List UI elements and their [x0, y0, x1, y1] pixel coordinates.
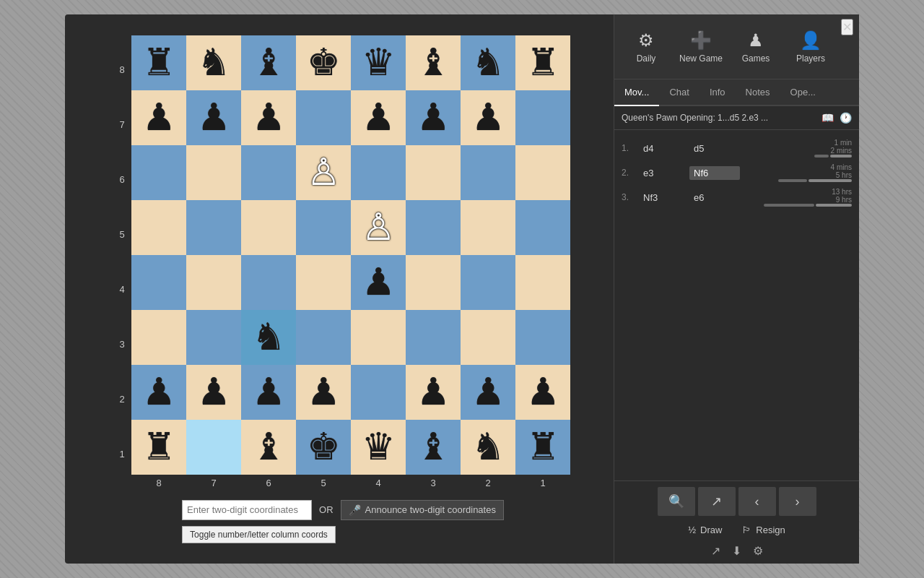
board-cell[interactable]: ♞: [241, 310, 296, 365]
move-black[interactable]: d5: [689, 142, 740, 155]
board-cell[interactable]: ♞: [461, 35, 515, 90]
nav-new-game[interactable]: ➕ New Game: [675, 18, 727, 76]
tab-chat[interactable]: Chat: [659, 79, 699, 106]
board-cell[interactable]: [461, 200, 515, 255]
board-cell[interactable]: [515, 200, 570, 255]
board-cell[interactable]: ♚: [296, 420, 351, 475]
move-black[interactable]: e6: [689, 191, 740, 204]
prev-button[interactable]: ‹: [738, 487, 776, 516]
board-cell[interactable]: [515, 310, 570, 365]
board-cell[interactable]: ♜: [515, 35, 570, 90]
share2-icon[interactable]: ↗: [711, 544, 720, 558]
board-cell[interactable]: [296, 90, 351, 145]
bottom-controls: 🔍 ↗ ‹ › ½ Draw 🏳 Resign ↗ ⬇ ⚙: [614, 480, 859, 564]
tab-notes[interactable]: Notes: [736, 79, 780, 106]
tab-info[interactable]: Info: [699, 79, 736, 106]
board-cell[interactable]: ♟: [461, 90, 515, 145]
draw-button[interactable]: ½ Draw: [681, 522, 729, 538]
board-cell[interactable]: [351, 310, 406, 365]
board-cell[interactable]: ♝: [241, 35, 296, 90]
board-cell[interactable]: [186, 145, 241, 200]
board-cell[interactable]: [296, 310, 351, 365]
tab-moves[interactable]: Mov...: [614, 79, 659, 106]
search-button[interactable]: 🔍: [658, 487, 695, 516]
board-cell[interactable]: ♛: [351, 420, 406, 475]
close-button[interactable]: ✕: [841, 19, 853, 35]
board-cell[interactable]: [406, 310, 461, 365]
board-cell[interactable]: ♜: [515, 420, 570, 475]
tab-ope[interactable]: Ope...: [780, 79, 826, 106]
clock-icon[interactable]: 🕐: [840, 112, 852, 124]
toggle-coords-button[interactable]: Toggle number/letter column coords: [182, 526, 336, 543]
board-cell[interactable]: [131, 200, 186, 255]
right-panel: ⚙ Daily ➕ New Game ♟ Games 👤 Players ✕ M…: [614, 14, 859, 564]
next-button[interactable]: ›: [779, 487, 816, 516]
nav-daily[interactable]: ⚙ Daily: [620, 18, 672, 76]
board-cell[interactable]: ♟: [296, 365, 351, 420]
move-white[interactable]: e3: [639, 166, 689, 180]
board-cell[interactable]: ♙: [296, 145, 351, 200]
rank-label-6: 6: [116, 152, 128, 207]
book-icon[interactable]: 📖: [821, 112, 834, 124]
board-cell[interactable]: [186, 255, 241, 310]
board-cell[interactable]: ♟: [515, 365, 570, 420]
announce-button[interactable]: 🎤 Announce two-digit coordinates: [341, 500, 504, 520]
board-cell[interactable]: [241, 200, 296, 255]
board-cell[interactable]: ♟: [186, 365, 241, 420]
board-cell[interactable]: ♟: [406, 365, 461, 420]
board-cell[interactable]: [296, 255, 351, 310]
nav-games[interactable]: ♟ Games: [730, 18, 782, 76]
board-cell[interactable]: [351, 145, 406, 200]
board-cell[interactable]: [186, 310, 241, 365]
board-cell[interactable]: ♟: [241, 365, 296, 420]
board-cell[interactable]: ♝: [406, 35, 461, 90]
input-area: OR 🎤 Announce two-digit coordinates Togg…: [182, 500, 504, 543]
board-cell[interactable]: ♟: [241, 90, 296, 145]
gear-icon[interactable]: ⚙: [753, 544, 763, 558]
move-time: 1 min2 mins: [740, 139, 852, 158]
board-cell[interactable]: [515, 255, 570, 310]
board-cell[interactable]: [186, 420, 241, 475]
board-cell[interactable]: [406, 145, 461, 200]
board-cell[interactable]: ♝: [406, 420, 461, 475]
board-cell[interactable]: [351, 365, 406, 420]
board-cell[interactable]: [461, 145, 515, 200]
board-cell[interactable]: [515, 90, 570, 145]
board-cell[interactable]: [131, 310, 186, 365]
board-cell[interactable]: ♟: [131, 90, 186, 145]
board-cell[interactable]: ♜: [131, 420, 186, 475]
board-cell[interactable]: [131, 145, 186, 200]
move-white[interactable]: Nf3: [639, 191, 689, 204]
board-cell[interactable]: ♝: [241, 420, 296, 475]
board-cell[interactable]: ♟: [131, 365, 186, 420]
share-button[interactable]: ↗: [698, 487, 736, 516]
move-black[interactable]: Nf6: [689, 166, 740, 180]
board-cell[interactable]: [186, 200, 241, 255]
board-cell[interactable]: ♟: [186, 90, 241, 145]
board-cell[interactable]: [515, 145, 570, 200]
board-cell[interactable]: [131, 255, 186, 310]
resign-button[interactable]: 🏳 Resign: [735, 522, 792, 538]
nav-players[interactable]: 👤 Players: [785, 18, 837, 76]
move-white[interactable]: d4: [639, 142, 689, 155]
board-cell[interactable]: ♚: [296, 35, 351, 90]
board-cell[interactable]: ♟: [351, 90, 406, 145]
board-cell[interactable]: ♛: [351, 35, 406, 90]
board-cell[interactable]: [241, 145, 296, 200]
board-cell[interactable]: ♟: [461, 365, 515, 420]
board-cell[interactable]: ♙: [351, 200, 406, 255]
board-cell[interactable]: ♞: [186, 35, 241, 90]
board-cell[interactable]: [406, 200, 461, 255]
board-cell[interactable]: ♞: [461, 420, 515, 475]
board-cell[interactable]: ♜: [131, 35, 186, 90]
coord-input[interactable]: [182, 500, 312, 520]
board-cell[interactable]: [241, 255, 296, 310]
board-cell[interactable]: [406, 255, 461, 310]
board-cell[interactable]: [296, 200, 351, 255]
board-cell[interactable]: [461, 310, 515, 365]
board-cell[interactable]: [461, 255, 515, 310]
board-cell[interactable]: ♟: [351, 255, 406, 310]
rank-label-8: 8: [116, 42, 128, 97]
board-cell[interactable]: ♟: [406, 90, 461, 145]
download-icon[interactable]: ⬇: [732, 544, 741, 558]
